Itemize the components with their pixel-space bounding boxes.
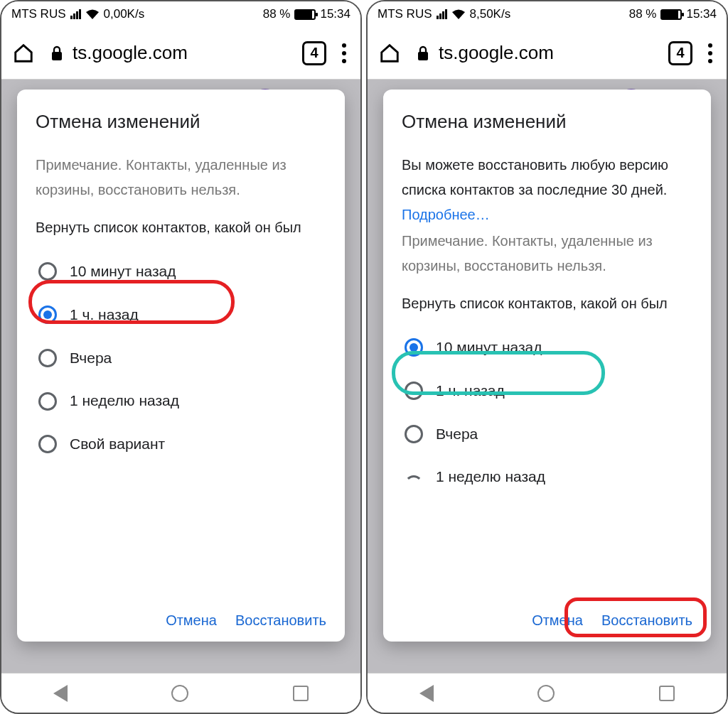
dialog-actions: Отмена Восстановить	[402, 601, 692, 629]
back-icon[interactable]	[53, 685, 68, 702]
lock-icon	[416, 45, 430, 61]
radio-option[interactable]: 1 неделю назад	[402, 455, 692, 499]
wifi-icon	[451, 9, 466, 20]
cancel-button[interactable]: Отмена	[166, 612, 217, 629]
tab-count-button[interactable]: 4	[302, 41, 326, 65]
undo-changes-dialog: Отмена изменений Примечание. Контакты, у…	[17, 90, 345, 642]
radio-label: Вчера	[70, 345, 112, 372]
radio-icon	[405, 475, 423, 494]
battery-icon	[294, 9, 316, 20]
address-bar[interactable]: ts.google.com	[50, 42, 287, 64]
radio-label: 10 минут назад	[436, 335, 542, 361]
browser-toolbar: ts.google.com 4	[1, 27, 360, 80]
carrier-label: MTS RUS	[378, 7, 432, 21]
address-bar[interactable]: ts.google.com	[416, 42, 653, 64]
network-speed: 8,50K/s	[470, 7, 511, 21]
radio-option[interactable]: 10 минут назад	[36, 250, 326, 293]
radio-label: 10 минут назад	[70, 259, 176, 285]
network-speed: 0,00K/s	[104, 7, 145, 21]
radio-option[interactable]: 1 ч. назад	[36, 293, 326, 337]
confirm-button[interactable]: Восстановить	[235, 612, 326, 629]
radio-icon	[38, 435, 57, 453]
battery-percent: 88 %	[263, 7, 291, 21]
system-nav-bar	[1, 673, 360, 713]
clock: 15:34	[320, 7, 350, 21]
dialog-prompt: Вернуть список контактов, какой он был	[402, 291, 692, 316]
browser-toolbar: ts.google.com 4	[368, 27, 727, 80]
radio-label: 1 ч. назад	[70, 302, 139, 328]
recent-apps-icon[interactable]	[659, 686, 675, 701]
svg-rect-0	[52, 52, 62, 60]
overflow-menu-icon[interactable]	[708, 43, 712, 63]
dialog-actions: Отмена Восстановить	[36, 601, 326, 629]
radio-option[interactable]: Вчера	[402, 413, 692, 456]
confirm-button[interactable]: Восстановить	[601, 612, 692, 629]
radio-icon	[405, 338, 423, 357]
clock: 15:34	[686, 7, 717, 21]
back-icon[interactable]	[419, 685, 434, 702]
radio-label: 1 неделю назад	[70, 388, 179, 414]
dialog-note: Примечание. Контакты, удаленные из корзи…	[36, 153, 326, 202]
phone-right: MTS RUS 8,50K/s 88 % 15:34 ts.google.com…	[366, 0, 728, 714]
wifi-icon	[85, 9, 100, 20]
dialog-prompt: Вернуть список контактов, какой он был	[36, 215, 326, 240]
home-nav-icon[interactable]	[537, 685, 555, 702]
dialog-title: Отмена изменений	[402, 111, 692, 133]
phone-left: MTS RUS 0,00K/s 88 % 15:34 ts.google.com…	[0, 0, 362, 714]
home-icon[interactable]	[13, 43, 34, 64]
radio-label: Свой вариант	[70, 431, 165, 458]
undo-changes-dialog: Отмена изменений Вы можете восстановить …	[383, 90, 711, 642]
radio-icon	[38, 305, 57, 324]
url-text: ts.google.com	[73, 42, 188, 64]
radio-option[interactable]: Вчера	[36, 337, 326, 380]
dialog-title: Отмена изменений	[36, 111, 326, 133]
restore-options: 10 минут назад 1 ч. назад Вчера 1 неделю…	[36, 250, 326, 466]
radio-label: 1 неделю назад	[436, 464, 545, 490]
recent-apps-icon[interactable]	[293, 686, 309, 701]
radio-option[interactable]: Свой вариант	[36, 423, 326, 466]
battery-icon	[660, 9, 682, 20]
carrier-label: MTS RUS	[11, 7, 66, 21]
radio-option[interactable]: 1 ч. назад	[402, 369, 692, 413]
overflow-menu-icon[interactable]	[342, 43, 346, 63]
home-nav-icon[interactable]	[171, 685, 188, 702]
tab-count-button[interactable]: 4	[668, 41, 692, 65]
svg-rect-6	[418, 52, 428, 60]
radio-label: Вчера	[436, 421, 478, 448]
radio-option[interactable]: 1 неделю назад	[36, 379, 326, 423]
system-nav-bar	[368, 673, 727, 713]
lock-icon	[50, 45, 64, 61]
radio-icon	[38, 392, 57, 411]
radio-label: 1 ч. назад	[436, 378, 505, 404]
status-bar: MTS RUS 8,50K/s 88 % 15:34	[368, 1, 727, 27]
radio-icon	[38, 349, 57, 367]
radio-option[interactable]: 10 минут назад	[402, 326, 692, 369]
home-icon[interactable]	[379, 43, 400, 64]
radio-icon	[38, 262, 57, 281]
app-content: Конта P Отмена изменений Вы можете восст…	[368, 80, 727, 673]
signal-icon	[70, 9, 81, 19]
learn-more-link[interactable]: Подробнее…	[402, 207, 490, 222]
status-bar: MTS RUS 0,00K/s 88 % 15:34	[1, 1, 360, 27]
signal-icon	[437, 9, 447, 19]
radio-icon	[405, 382, 423, 400]
battery-percent: 88 %	[629, 7, 657, 21]
app-content: Конта P Отмена изменений Примечание. Кон…	[1, 80, 360, 673]
dialog-intro: Вы можете восстановить любую версию спис…	[402, 153, 692, 227]
cancel-button[interactable]: Отмена	[532, 612, 583, 629]
radio-icon	[405, 425, 423, 443]
dialog-note: Примечание. Контакты, удаленные из корзи…	[402, 229, 692, 278]
url-text: ts.google.com	[439, 42, 554, 64]
restore-options: 10 минут назад 1 ч. назад Вчера 1 неделю…	[402, 326, 692, 499]
